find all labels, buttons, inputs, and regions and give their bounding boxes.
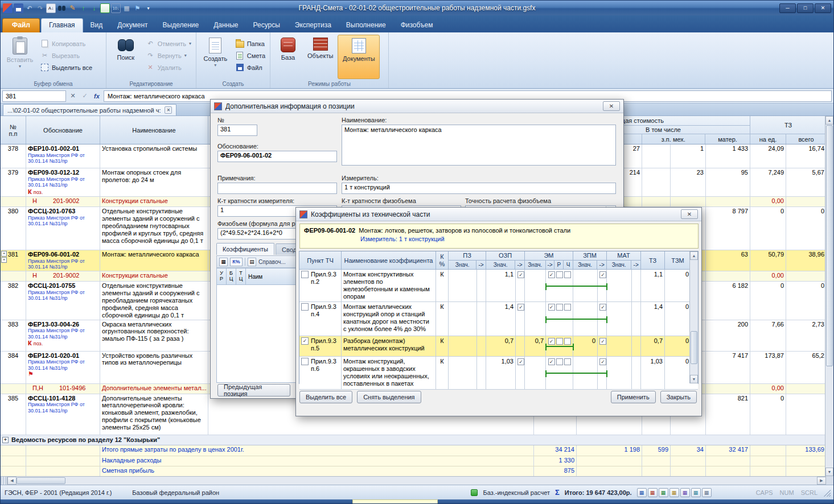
resources-view-icon[interactable]: ▦ — [648, 488, 658, 497]
section-row[interactable]: +Ведомость ресурсов по разделу 12 "Козыр… — [1, 435, 826, 445]
ribbon-tab-6[interactable]: Ресурсы — [246, 18, 287, 32]
zpm-check[interactable]: ✓ — [599, 358, 606, 365]
total-row[interactable]: Сметная прибыль875 — [1, 466, 826, 477]
previous-position-button[interactable]: Предыдущая позиция — [217, 384, 290, 396]
documents-mode-button[interactable]: Документы — [338, 35, 380, 79]
paste-button[interactable]: Вставить ▾ — [3, 35, 36, 79]
tab-koefficienty[interactable]: Коэффициенты — [216, 243, 274, 255]
coef-scroll-thumb[interactable] — [691, 331, 697, 364]
save-icon[interactable] — [14, 3, 23, 13]
apply-button[interactable]: Применить — [611, 391, 656, 403]
cancel-icon[interactable]: ✕ — [68, 91, 78, 101]
em-check-2[interactable] — [556, 358, 563, 365]
horizontal-scrollbar[interactable]: ◀ ▶ — [1, 476, 826, 485]
em-check-3[interactable] — [564, 304, 571, 311]
total-row[interactable]: Итого прямые затраты по разделу в ценах … — [1, 445, 826, 456]
minimize-button[interactable]: ─ — [779, 3, 796, 13]
column-header-naimenovanie[interactable]: Наименование — [100, 116, 208, 144]
column-header-num[interactable]: №п.п — [1, 116, 26, 144]
pane-splitter-handle[interactable] — [1, 477, 7, 485]
scroll-down-icon[interactable]: ▼ — [825, 468, 833, 476]
acts-view-icon[interactable]: ▦ — [669, 488, 679, 497]
cut-button[interactable]: ✂Вырезать — [39, 51, 94, 60]
header-mat[interactable]: матер. — [705, 134, 750, 144]
accept-icon[interactable]: ✓ — [80, 91, 90, 101]
ribbon-tab-8[interactable]: Выполнение — [339, 18, 393, 32]
calc-mode-label[interactable]: Баз.-индексный расчет — [483, 489, 549, 496]
coef-row-0[interactable]: Прил.9.3 п.2Монтаж конструктивных элемен… — [299, 270, 698, 302]
num-input[interactable]: 381 — [217, 125, 257, 136]
column-header-obosnovanie[interactable]: Обоснование — [26, 116, 100, 144]
row-checkbox[interactable] — [301, 271, 309, 278]
edit-icon[interactable]: ▦ — [122, 3, 132, 13]
row-checkbox[interactable]: ✓ — [301, 337, 309, 345]
vertical-scrollbar[interactable]: ▲ ▼ — [825, 116, 833, 476]
reference-label[interactable]: Справоч... — [258, 259, 286, 265]
app-icon[interactable] — [3, 3, 13, 13]
search-button[interactable]: Поиск — [109, 35, 142, 79]
notes-input[interactable] — [217, 183, 337, 194]
expand-icons[interactable]: ++ — [1, 251, 7, 263]
ribbon-tab-7[interactable]: Экспертиза — [287, 18, 339, 32]
close-button[interactable]: ✕ — [815, 3, 831, 13]
scroll-left-icon[interactable]: ◀ — [7, 477, 17, 485]
zpm-check[interactable]: ✓ — [599, 304, 606, 311]
ribbon-tab-9[interactable]: Физобъем — [393, 18, 441, 32]
function-icon[interactable]: fx — [92, 91, 102, 101]
scroll-up-icon[interactable]: ▲ — [825, 116, 833, 125]
numbering-icon[interactable]: 10↓ — [111, 3, 121, 13]
objects-mode-button[interactable]: Объекты — [305, 35, 335, 79]
resize-grip[interactable] — [823, 489, 831, 497]
horizontal-scroll-thumb[interactable] — [17, 477, 65, 484]
menu-icon[interactable]: ▾ — [143, 3, 153, 13]
sort-icon[interactable]: А↓ — [46, 3, 56, 13]
file-button[interactable]: Файл — [234, 63, 267, 72]
scroll-right-icon[interactable]: ▶ — [817, 477, 826, 485]
close-button[interactable]: Закрыть — [660, 391, 697, 403]
create-button[interactable]: Создать ▾ — [199, 35, 232, 79]
document-tab[interactable]: ...\02-01-02 общестроительные работы над… — [3, 104, 176, 115]
row-checkbox[interactable] — [301, 358, 309, 365]
em-check-2[interactable] — [556, 338, 563, 345]
total-row[interactable]: Накладные расходы1 330 — [1, 456, 826, 466]
objects-view-icon[interactable]: ▦ — [659, 488, 668, 497]
em-check-3[interactable] — [564, 338, 571, 345]
smeta-button[interactable]: Смета — [234, 51, 267, 60]
format-icon[interactable]: ✎ — [68, 3, 77, 13]
scroll-down-icon[interactable]: ▼ — [690, 375, 698, 383]
select-all-button[interactable]: Выделить все — [299, 391, 352, 403]
osn-input[interactable]: ФЕР09-06-001-02 — [217, 151, 337, 162]
ozp-check[interactable]: ✓ — [517, 358, 524, 365]
scroll-up-icon[interactable]: ▲ — [690, 251, 698, 260]
undo-icon[interactable]: ↶ — [24, 3, 34, 13]
base-mode-button[interactable]: База — [273, 35, 303, 79]
dialog-titlebar[interactable]: Коэффициенты из технической части ✕ — [296, 208, 701, 221]
em-check-1[interactable]: ✓ — [548, 304, 555, 311]
clear-selection-button[interactable]: Снять выделения — [357, 391, 421, 403]
em-check-1[interactable]: ✓ — [548, 271, 555, 278]
ribbon-tab-1[interactable]: Главная — [41, 18, 83, 32]
row-down-icon[interactable]: ↓ — [89, 3, 99, 13]
dialog-close-icon[interactable]: ✕ — [603, 101, 620, 111]
flag-icon[interactable]: ⚑ — [133, 3, 142, 13]
measure-input[interactable]: 1 т конструкций — [342, 183, 616, 194]
close-tab-icon[interactable]: ✕ — [165, 106, 172, 114]
delete-button[interactable]: ✕Удалить — [145, 63, 193, 72]
coef-row-1[interactable]: Прил.9.3 п.4Монтаж металлических констру… — [299, 302, 698, 336]
expand-icon[interactable]: + — [2, 437, 9, 443]
em-check-2[interactable] — [556, 304, 563, 311]
search-icon[interactable] — [57, 3, 67, 13]
ribbon-tab-5[interactable]: Данные — [206, 18, 245, 32]
vertical-scroll-thumb[interactable] — [826, 125, 833, 366]
copy-button[interactable]: Копировать — [39, 39, 94, 48]
em-check-1[interactable]: ✓ — [548, 338, 555, 345]
em-check-3[interactable] — [564, 271, 571, 278]
total-amount[interactable]: Итого: 19 647 423,00р. — [565, 489, 632, 496]
em-check-2[interactable] — [556, 271, 563, 278]
summary-view-icon[interactable]: ▦ — [680, 488, 690, 497]
ribbon-tab-2[interactable]: Вид — [83, 18, 110, 32]
table-icon[interactable] — [100, 3, 110, 13]
dialog-titlebar[interactable]: Дополнительная информация о позиции ✕ — [211, 100, 623, 113]
em-check-1[interactable]: ✓ — [548, 358, 555, 365]
book-icon[interactable]: ▤ — [248, 258, 256, 266]
